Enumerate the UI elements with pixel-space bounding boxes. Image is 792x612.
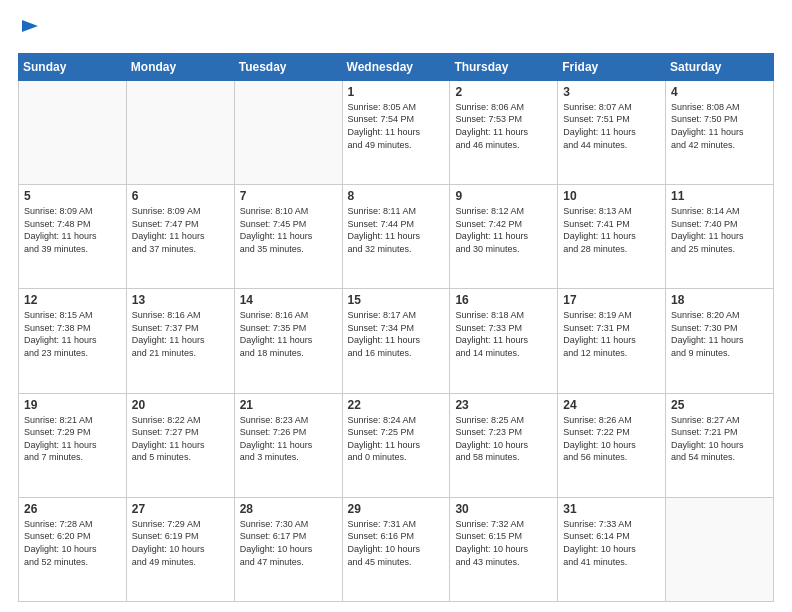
day-info: Sunrise: 8:20 AM Sunset: 7:30 PM Dayligh… bbox=[671, 309, 768, 359]
logo-text bbox=[18, 18, 40, 47]
calendar-cell: 17Sunrise: 8:19 AM Sunset: 7:31 PM Dayli… bbox=[558, 289, 666, 393]
calendar-cell: 11Sunrise: 8:14 AM Sunset: 7:40 PM Dayli… bbox=[666, 185, 774, 289]
day-info: Sunrise: 8:09 AM Sunset: 7:47 PM Dayligh… bbox=[132, 205, 229, 255]
calendar-table: SundayMondayTuesdayWednesdayThursdayFrid… bbox=[18, 53, 774, 602]
day-number: 22 bbox=[348, 398, 445, 412]
calendar-page: SundayMondayTuesdayWednesdayThursdayFrid… bbox=[0, 0, 792, 612]
week-row-1: 5Sunrise: 8:09 AM Sunset: 7:48 PM Daylig… bbox=[19, 185, 774, 289]
day-info: Sunrise: 8:23 AM Sunset: 7:26 PM Dayligh… bbox=[240, 414, 337, 464]
weekday-header-sunday: Sunday bbox=[19, 53, 127, 80]
day-number: 12 bbox=[24, 293, 121, 307]
day-info: Sunrise: 8:19 AM Sunset: 7:31 PM Dayligh… bbox=[563, 309, 660, 359]
day-info: Sunrise: 8:15 AM Sunset: 7:38 PM Dayligh… bbox=[24, 309, 121, 359]
weekday-header-friday: Friday bbox=[558, 53, 666, 80]
day-number: 20 bbox=[132, 398, 229, 412]
day-number: 26 bbox=[24, 502, 121, 516]
calendar-cell: 5Sunrise: 8:09 AM Sunset: 7:48 PM Daylig… bbox=[19, 185, 127, 289]
logo-flag-icon bbox=[20, 18, 40, 42]
day-number: 15 bbox=[348, 293, 445, 307]
day-number: 14 bbox=[240, 293, 337, 307]
day-number: 24 bbox=[563, 398, 660, 412]
day-info: Sunrise: 8:09 AM Sunset: 7:48 PM Dayligh… bbox=[24, 205, 121, 255]
calendar-cell: 10Sunrise: 8:13 AM Sunset: 7:41 PM Dayli… bbox=[558, 185, 666, 289]
weekday-header-tuesday: Tuesday bbox=[234, 53, 342, 80]
week-row-2: 12Sunrise: 8:15 AM Sunset: 7:38 PM Dayli… bbox=[19, 289, 774, 393]
calendar-cell: 30Sunrise: 7:32 AM Sunset: 6:15 PM Dayli… bbox=[450, 497, 558, 601]
day-info: Sunrise: 8:07 AM Sunset: 7:51 PM Dayligh… bbox=[563, 101, 660, 151]
day-info: Sunrise: 8:08 AM Sunset: 7:50 PM Dayligh… bbox=[671, 101, 768, 151]
day-info: Sunrise: 8:26 AM Sunset: 7:22 PM Dayligh… bbox=[563, 414, 660, 464]
day-number: 16 bbox=[455, 293, 552, 307]
day-info: Sunrise: 7:29 AM Sunset: 6:19 PM Dayligh… bbox=[132, 518, 229, 568]
calendar-cell: 16Sunrise: 8:18 AM Sunset: 7:33 PM Dayli… bbox=[450, 289, 558, 393]
day-number: 23 bbox=[455, 398, 552, 412]
weekday-header-saturday: Saturday bbox=[666, 53, 774, 80]
day-info: Sunrise: 8:17 AM Sunset: 7:34 PM Dayligh… bbox=[348, 309, 445, 359]
week-row-0: 1Sunrise: 8:05 AM Sunset: 7:54 PM Daylig… bbox=[19, 80, 774, 184]
day-info: Sunrise: 7:30 AM Sunset: 6:17 PM Dayligh… bbox=[240, 518, 337, 568]
day-info: Sunrise: 8:24 AM Sunset: 7:25 PM Dayligh… bbox=[348, 414, 445, 464]
day-info: Sunrise: 8:18 AM Sunset: 7:33 PM Dayligh… bbox=[455, 309, 552, 359]
day-number: 28 bbox=[240, 502, 337, 516]
day-number: 1 bbox=[348, 85, 445, 99]
calendar-cell: 18Sunrise: 8:20 AM Sunset: 7:30 PM Dayli… bbox=[666, 289, 774, 393]
day-number: 30 bbox=[455, 502, 552, 516]
day-number: 31 bbox=[563, 502, 660, 516]
calendar-cell: 27Sunrise: 7:29 AM Sunset: 6:19 PM Dayli… bbox=[126, 497, 234, 601]
calendar-cell: 12Sunrise: 8:15 AM Sunset: 7:38 PM Dayli… bbox=[19, 289, 127, 393]
calendar-cell: 25Sunrise: 8:27 AM Sunset: 7:21 PM Dayli… bbox=[666, 393, 774, 497]
calendar-cell: 3Sunrise: 8:07 AM Sunset: 7:51 PM Daylig… bbox=[558, 80, 666, 184]
day-number: 4 bbox=[671, 85, 768, 99]
week-row-4: 26Sunrise: 7:28 AM Sunset: 6:20 PM Dayli… bbox=[19, 497, 774, 601]
day-number: 19 bbox=[24, 398, 121, 412]
calendar-cell bbox=[19, 80, 127, 184]
day-info: Sunrise: 7:33 AM Sunset: 6:14 PM Dayligh… bbox=[563, 518, 660, 568]
day-number: 25 bbox=[671, 398, 768, 412]
calendar-cell: 29Sunrise: 7:31 AM Sunset: 6:16 PM Dayli… bbox=[342, 497, 450, 601]
calendar-cell: 9Sunrise: 8:12 AM Sunset: 7:42 PM Daylig… bbox=[450, 185, 558, 289]
day-number: 7 bbox=[240, 189, 337, 203]
day-info: Sunrise: 8:10 AM Sunset: 7:45 PM Dayligh… bbox=[240, 205, 337, 255]
calendar-cell bbox=[666, 497, 774, 601]
calendar-cell: 20Sunrise: 8:22 AM Sunset: 7:27 PM Dayli… bbox=[126, 393, 234, 497]
weekday-header-monday: Monday bbox=[126, 53, 234, 80]
day-info: Sunrise: 8:27 AM Sunset: 7:21 PM Dayligh… bbox=[671, 414, 768, 464]
day-info: Sunrise: 8:06 AM Sunset: 7:53 PM Dayligh… bbox=[455, 101, 552, 151]
calendar-cell: 24Sunrise: 8:26 AM Sunset: 7:22 PM Dayli… bbox=[558, 393, 666, 497]
calendar-cell: 15Sunrise: 8:17 AM Sunset: 7:34 PM Dayli… bbox=[342, 289, 450, 393]
day-number: 13 bbox=[132, 293, 229, 307]
header bbox=[18, 18, 774, 43]
day-number: 27 bbox=[132, 502, 229, 516]
weekday-header-row: SundayMondayTuesdayWednesdayThursdayFrid… bbox=[19, 53, 774, 80]
day-number: 17 bbox=[563, 293, 660, 307]
day-info: Sunrise: 8:11 AM Sunset: 7:44 PM Dayligh… bbox=[348, 205, 445, 255]
day-number: 6 bbox=[132, 189, 229, 203]
day-info: Sunrise: 8:16 AM Sunset: 7:37 PM Dayligh… bbox=[132, 309, 229, 359]
calendar-cell: 23Sunrise: 8:25 AM Sunset: 7:23 PM Dayli… bbox=[450, 393, 558, 497]
day-info: Sunrise: 8:13 AM Sunset: 7:41 PM Dayligh… bbox=[563, 205, 660, 255]
day-number: 8 bbox=[348, 189, 445, 203]
calendar-cell: 22Sunrise: 8:24 AM Sunset: 7:25 PM Dayli… bbox=[342, 393, 450, 497]
calendar-cell: 8Sunrise: 8:11 AM Sunset: 7:44 PM Daylig… bbox=[342, 185, 450, 289]
calendar-cell: 6Sunrise: 8:09 AM Sunset: 7:47 PM Daylig… bbox=[126, 185, 234, 289]
day-info: Sunrise: 8:14 AM Sunset: 7:40 PM Dayligh… bbox=[671, 205, 768, 255]
calendar-cell: 7Sunrise: 8:10 AM Sunset: 7:45 PM Daylig… bbox=[234, 185, 342, 289]
calendar-cell bbox=[126, 80, 234, 184]
calendar-cell: 19Sunrise: 8:21 AM Sunset: 7:29 PM Dayli… bbox=[19, 393, 127, 497]
calendar-cell: 1Sunrise: 8:05 AM Sunset: 7:54 PM Daylig… bbox=[342, 80, 450, 184]
week-row-3: 19Sunrise: 8:21 AM Sunset: 7:29 PM Dayli… bbox=[19, 393, 774, 497]
day-info: Sunrise: 7:31 AM Sunset: 6:16 PM Dayligh… bbox=[348, 518, 445, 568]
day-info: Sunrise: 8:22 AM Sunset: 7:27 PM Dayligh… bbox=[132, 414, 229, 464]
weekday-header-thursday: Thursday bbox=[450, 53, 558, 80]
calendar-cell: 2Sunrise: 8:06 AM Sunset: 7:53 PM Daylig… bbox=[450, 80, 558, 184]
calendar-cell: 14Sunrise: 8:16 AM Sunset: 7:35 PM Dayli… bbox=[234, 289, 342, 393]
day-number: 9 bbox=[455, 189, 552, 203]
day-info: Sunrise: 8:16 AM Sunset: 7:35 PM Dayligh… bbox=[240, 309, 337, 359]
calendar-cell: 28Sunrise: 7:30 AM Sunset: 6:17 PM Dayli… bbox=[234, 497, 342, 601]
day-info: Sunrise: 7:32 AM Sunset: 6:15 PM Dayligh… bbox=[455, 518, 552, 568]
day-info: Sunrise: 8:05 AM Sunset: 7:54 PM Dayligh… bbox=[348, 101, 445, 151]
day-number: 29 bbox=[348, 502, 445, 516]
calendar-cell: 13Sunrise: 8:16 AM Sunset: 7:37 PM Dayli… bbox=[126, 289, 234, 393]
day-info: Sunrise: 8:25 AM Sunset: 7:23 PM Dayligh… bbox=[455, 414, 552, 464]
day-info: Sunrise: 7:28 AM Sunset: 6:20 PM Dayligh… bbox=[24, 518, 121, 568]
